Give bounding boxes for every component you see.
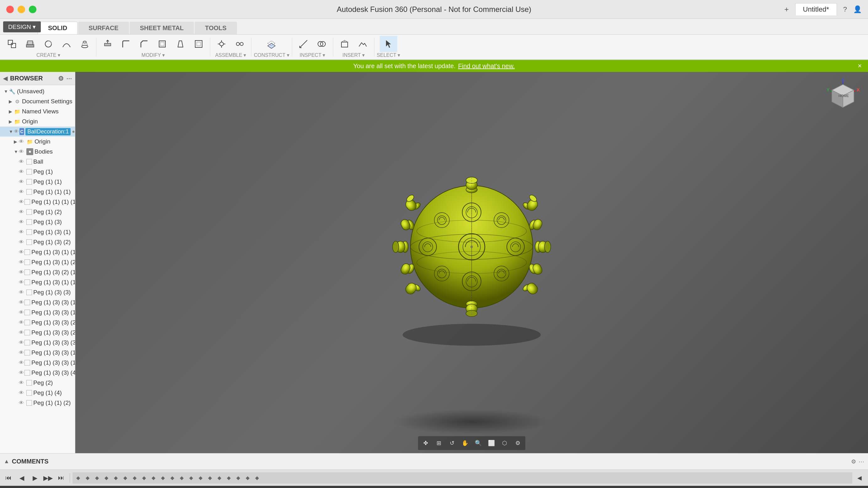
assemble-group-label[interactable]: ASSEMBLE ▾ — [213, 52, 249, 58]
peg1-1-2-eye-icon[interactable]: 👁 — [19, 400, 26, 406]
peg1-3-1-box-icon[interactable] — [26, 229, 32, 235]
peg1-eye-icon[interactable]: 👁 — [19, 169, 26, 175]
select-group-label[interactable]: SELECT ▾ — [377, 52, 400, 58]
tree-item-doc-settings[interactable]: ▶ ⚙ Document Settings — [0, 96, 75, 107]
tl-op-1[interactable]: ◆ — [74, 473, 83, 482]
zoom-button[interactable]: 🔍 — [472, 437, 485, 449]
extrude-button[interactable] — [21, 36, 39, 52]
tree-item-peg1-3-3-1-1-1[interactable]: 👁 Peg (1) (3) (3) (1) (1) (1) — [0, 348, 75, 358]
account-icon[interactable]: 👤 — [853, 5, 862, 13]
peg1-1-1-eye-icon[interactable]: 👁 — [19, 189, 26, 195]
peg1-3-2-1-eye-icon[interactable]: 👁 — [19, 269, 24, 275]
tl-op-2[interactable]: ◆ — [83, 473, 92, 482]
design-button[interactable]: DESIGN ▾ — [3, 21, 41, 32]
comments-expand-button[interactable]: ▲ — [4, 458, 9, 465]
view-cube-button[interactable]: ⬡ — [498, 437, 511, 449]
peg1-3-3-1-1-eye-icon[interactable]: 👁 — [19, 310, 24, 315]
browser-more-icon[interactable]: ⋯ — [66, 75, 72, 82]
peg1-4-box-icon[interactable] — [26, 390, 32, 396]
peg1-3-3-3-box-icon[interactable] — [25, 340, 30, 345]
peg1-3-3-4-box-icon[interactable] — [25, 370, 30, 376]
tl-op-14[interactable]: ◆ — [196, 473, 205, 482]
timeline-back-button[interactable]: ◀ — [16, 472, 28, 484]
peg1-1-1-box-icon[interactable] — [26, 189, 32, 195]
tl-op-20[interactable]: ◆ — [253, 473, 261, 482]
tree-item-peg1-3-3-2[interactable]: 👁 Peg (1) (3) (3) (2) — [0, 317, 75, 327]
ball-box-icon[interactable] — [26, 159, 32, 165]
tree-item-peg1-1-1-1[interactable]: 👁 Peg (1) (1) (1) (1) — [0, 197, 75, 207]
insert-svg-button[interactable] — [354, 36, 372, 52]
peg1-1-1-1-eye-icon[interactable]: 👁 — [19, 199, 24, 205]
minimize-window-button[interactable] — [18, 6, 25, 13]
peg1-3-3-2-1-eye-icon[interactable]: 👁 — [19, 330, 24, 335]
tree-item-peg1-3-1-1-1[interactable]: 👁 Peg (1) (3) (1) (1) (1) — [0, 277, 75, 287]
tree-item-origin-sub[interactable]: ▶ 👁 📁 Origin — [0, 137, 75, 147]
tl-op-5[interactable]: ◆ — [112, 473, 120, 482]
peg1-2-box-icon[interactable] — [26, 209, 32, 215]
tree-item-peg1-3[interactable]: 👁 Peg (1) (3) — [0, 217, 75, 227]
draft-button[interactable] — [172, 36, 189, 52]
help-icon[interactable]: ? — [843, 5, 847, 13]
maximize-window-button[interactable] — [29, 6, 36, 13]
as-built-joint-button[interactable] — [231, 36, 249, 52]
pan-button[interactable]: ✋ — [459, 437, 471, 449]
select-button[interactable] — [380, 36, 397, 52]
tree-item-peg1-1-2[interactable]: 👁 Peg (1) (1) (2) — [0, 398, 75, 408]
peg1-3-1-1-box-icon[interactable] — [25, 249, 30, 255]
peg1-3-1-1-1-eye-icon[interactable]: 👁 — [19, 280, 24, 285]
tree-item-peg1-3-3-1[interactable]: 👁 Peg (1) (3) (3) (1) — [0, 297, 75, 308]
orientation-gizmo[interactable]: X Y Z HOME — [824, 78, 862, 116]
orbit-button[interactable]: ↺ — [445, 437, 458, 449]
peg1-3-3-4-eye-icon[interactable]: 👁 — [19, 370, 24, 376]
construct-group-label[interactable]: CONSTRUCT ▾ — [254, 52, 289, 58]
joint-button[interactable] — [213, 36, 230, 52]
shell-button[interactable] — [153, 36, 171, 52]
peg1-4-eye-icon[interactable]: 👁 — [19, 390, 26, 396]
close-window-button[interactable] — [6, 6, 14, 13]
peg1-1-1-1-box-icon[interactable] — [25, 199, 30, 205]
display-settings-button[interactable]: ⚙ — [512, 437, 524, 449]
peg1-3-3-box-icon[interactable] — [26, 290, 32, 295]
comments-settings-icon[interactable]: ⚙ — [851, 458, 856, 465]
revolve-button[interactable] — [39, 36, 57, 52]
measure-button[interactable] — [294, 36, 312, 52]
tree-item-peg1-3-1[interactable]: 👁 Peg (1) (3) (1) — [0, 227, 75, 237]
snap-grid-button[interactable]: ⊞ — [432, 437, 445, 449]
tree-item-named-views[interactable]: ▶ 📁 Named Views — [0, 107, 75, 116]
tree-item-origin[interactable]: ▶ 📁 Origin — [0, 116, 75, 126]
new-tab-button[interactable]: + — [784, 5, 789, 14]
peg1-3-3-1-1-1-eye-icon[interactable]: 👁 — [19, 350, 24, 355]
peg1-2-eye-icon[interactable]: 👁 — [19, 209, 26, 215]
peg1-3-1-2-eye-icon[interactable]: 👁 — [19, 259, 24, 265]
tl-op-15[interactable]: ◆ — [206, 473, 214, 482]
tree-item-peg1-3-3-4[interactable]: 👁 Peg (1) (3) (3) (4) — [0, 368, 75, 378]
tree-item-peg1-3-3-1-2[interactable]: 👁 Peg (1) (3) (3) (1) (2) — [0, 358, 75, 368]
timeline-end-expand-button[interactable]: ◀ — [854, 472, 866, 484]
peg1-3-box-icon[interactable] — [26, 219, 32, 225]
peg1-1-2-box-icon[interactable] — [26, 400, 32, 406]
bodies-eye-icon[interactable]: 👁 — [19, 149, 26, 154]
tree-item-peg1[interactable]: 👁 Peg (1) — [0, 167, 75, 177]
peg1-3-3-1-1-1-box-icon[interactable] — [25, 350, 30, 355]
interference-button[interactable] — [313, 36, 331, 52]
tab-tools[interactable]: TOOLS — [194, 22, 237, 34]
tree-item-peg1-1-1[interactable]: 👁 Peg (1) (1) (1) — [0, 187, 75, 197]
peg1-3-3-3-eye-icon[interactable]: 👁 — [19, 340, 24, 345]
tree-item-peg1-2[interactable]: 👁 Peg (1) (2) — [0, 207, 75, 217]
fillet-button[interactable] — [117, 36, 135, 52]
ball-decoration-eye-icon[interactable]: 👁 — [14, 129, 19, 135]
peg1-3-eye-icon[interactable]: 👁 — [19, 219, 26, 225]
tree-item-peg1-3-3-3[interactable]: 👁 Peg (1) (3) (3) (3) — [0, 338, 75, 348]
peg1-3-1-1-eye-icon[interactable]: 👁 — [19, 249, 24, 255]
tl-op-7[interactable]: ◆ — [130, 473, 139, 482]
tl-op-16[interactable]: ◆ — [215, 473, 224, 482]
peg1-3-3-2-box-icon[interactable] — [25, 320, 30, 325]
peg2-eye-icon[interactable]: 👁 — [19, 380, 26, 385]
peg1-box-icon[interactable] — [26, 169, 32, 175]
notification-close-button[interactable]: × — [858, 62, 862, 70]
peg1-1-eye-icon[interactable]: 👁 — [19, 179, 26, 185]
peg1-3-3-1-box-icon[interactable] — [25, 299, 30, 305]
peg1-3-1-1-1-box-icon[interactable] — [25, 280, 30, 285]
peg1-3-3-1-1-box-icon[interactable] — [25, 310, 30, 315]
peg1-3-3-1-eye-icon[interactable]: 👁 — [19, 299, 24, 305]
